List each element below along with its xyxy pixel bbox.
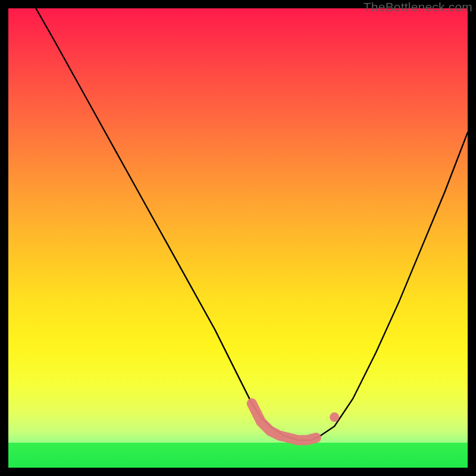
watermark-text: TheBottleneck.com (364, 0, 472, 14)
bottleneck-curve (36, 8, 468, 440)
flat-region-marker-dot (330, 412, 339, 422)
chart-stage: TheBottleneck.com (0, 0, 476, 476)
plot-area (8, 8, 468, 468)
flat-region-marker (252, 403, 316, 440)
curve-layer (8, 8, 468, 468)
